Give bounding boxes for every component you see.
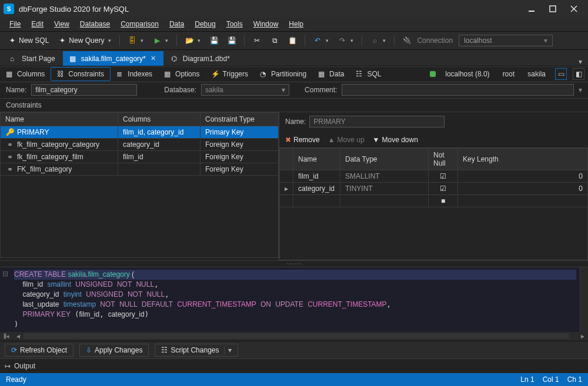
editor-tab-data[interactable]: ▦Data [312, 68, 350, 80]
col-header-datatype[interactable]: Data Type [340, 148, 429, 170]
table-row-empty[interactable]: ■ [280, 194, 588, 207]
title-bar: S dbForge Studio 2020 for MySQL [0, 0, 588, 18]
comment-input[interactable] [342, 84, 574, 96]
undo-icon: ↶ [313, 36, 322, 45]
editor-tab-columns[interactable]: ▦Columns [0, 68, 51, 80]
editor-tab-options[interactable]: ▦Options [158, 68, 205, 80]
tabs-overflow-button[interactable]: ▾ [576, 58, 584, 66]
new-query-button[interactable]: ✦New Query [55, 35, 115, 46]
apply-changes-button[interactable]: ⇩Apply Changes [79, 344, 149, 357]
separator [244, 35, 245, 46]
copy-button[interactable]: ⧉ [267, 35, 282, 46]
connection-dropdown[interactable]: localhost▾ [459, 35, 553, 46]
find-button[interactable]: ⌕ [367, 35, 389, 46]
menu-edit[interactable]: Edit [26, 18, 48, 30]
execute-button[interactable]: ▶ [149, 35, 172, 46]
close-button[interactable] [563, 0, 584, 18]
cut-button[interactable]: ✂ [249, 35, 265, 46]
server-user[interactable]: root [499, 69, 519, 79]
tab-start-page[interactable]: ⌂ Start Page [4, 51, 62, 66]
fold-gutter[interactable]: ⊟ [0, 267, 11, 332]
editor-tab-sql[interactable]: ☷SQL [350, 68, 387, 80]
constraints-grid: Name Columns Constraint Type 🔑PRIMARY fi… [0, 112, 279, 260]
checkbox-checked-icon[interactable]: ☑ [440, 172, 446, 180]
server-host[interactable]: localhost (8.0) [442, 69, 493, 79]
editor-tab-triggers[interactable]: ⚡Triggers [205, 68, 254, 80]
tab-diagram1[interactable]: ⌬ Diagram1.dbd* [165, 51, 236, 66]
editor-tab-constraints[interactable]: ⛓Constraints [51, 67, 111, 81]
status-char: Ch 1 [567, 375, 582, 384]
table-row[interactable]: ⚭FK_film_category Foreign Key [1, 163, 279, 175]
horizontal-scrollbar[interactable]: ⦀◂ ◂ ▸ [0, 332, 588, 341]
sql-vertical-scrollbar[interactable] [580, 267, 588, 332]
table-row[interactable]: ⚭fk_film_category_film film_id Foreign K… [1, 150, 279, 163]
table-row[interactable]: 🔑PRIMARY film_id, category_id Primary Ke… [1, 126, 279, 138]
maximize-button[interactable] [542, 0, 563, 18]
table-row[interactable]: ▸ category_id TINYINT ☑ 0 [280, 182, 588, 194]
paste-button[interactable]: 📋 [285, 35, 300, 46]
undo-button[interactable]: ↶ [310, 35, 332, 46]
scrollbar-track[interactable] [24, 333, 569, 339]
menu-help[interactable]: Help [284, 18, 308, 30]
move-up-button[interactable]: ▲Move up [328, 136, 365, 144]
database-label: Database: [164, 86, 196, 94]
detail-name-input[interactable]: PRIMARY [309, 116, 445, 127]
minimize-button[interactable] [521, 0, 542, 18]
col-header-type[interactable]: Constraint Type [201, 112, 279, 126]
tab-close-icon[interactable]: ✕ [149, 55, 157, 62]
database-dropdown[interactable]: sakila [201, 84, 289, 96]
menu-data[interactable]: Data [165, 18, 189, 30]
menu-file[interactable]: File [5, 18, 25, 30]
key-icon: 🔑 [5, 128, 15, 136]
col-header-keylength[interactable]: Key Length [458, 148, 588, 170]
output-panel-tab[interactable]: ↦ Output [0, 358, 588, 374]
layout-split-button[interactable]: ◧ [573, 68, 584, 80]
play-icon: ▶ [153, 36, 161, 45]
col-header-name[interactable]: Name [1, 112, 118, 126]
grid-empty-area[interactable] [0, 176, 279, 258]
horizontal-splitter[interactable]: ⋯⋯ [0, 260, 588, 267]
constraints-table[interactable]: Name Columns Constraint Type 🔑PRIMARY fi… [0, 112, 279, 176]
menu-tools[interactable]: Tools [222, 18, 248, 30]
connection-icon-button[interactable]: 🔌 [399, 35, 415, 46]
menu-debug[interactable]: Debug [190, 18, 220, 30]
move-down-button[interactable]: ▼Move down [373, 136, 418, 144]
diagram-icon: ⌬ [171, 55, 179, 63]
table-row[interactable]: ⚭fk_film_category_category category_id F… [1, 138, 279, 150]
menu-comparison[interactable]: Comparison [116, 18, 163, 30]
menu-database[interactable]: Database [75, 18, 115, 30]
refresh-object-button[interactable]: ⟳Refresh Object [5, 344, 74, 357]
checkbox-unchecked-icon[interactable]: ■ [441, 197, 445, 205]
col-header-columns[interactable]: Columns [118, 112, 201, 126]
editor-tab-partitioning[interactable]: ◔Partitioning [254, 68, 312, 80]
tab-sakila-film-category[interactable]: ▦ sakila.film_category* ✕ [63, 51, 163, 66]
redo-button[interactable]: ↷ [335, 35, 357, 46]
scroll-home-button[interactable]: ⦀◂ [0, 332, 13, 340]
col-header-notnull[interactable]: Not Null [429, 148, 458, 170]
name-input[interactable]: film_category [31, 84, 137, 96]
open-button[interactable]: 📂 [182, 35, 204, 46]
scroll-right-button[interactable]: ▸ [577, 332, 588, 340]
grid-empty-area[interactable] [279, 207, 588, 260]
menu-view[interactable]: View [49, 18, 74, 30]
save-all-button[interactable]: 💾 [224, 35, 239, 46]
new-sql-button[interactable]: ✦New SQL [5, 35, 52, 46]
bottom-action-bar: ⟳Refresh Object ⇩Apply Changes ☷Script C… [0, 341, 588, 358]
menu-window[interactable]: Window [249, 18, 283, 30]
checkbox-checked-icon[interactable]: ☑ [440, 184, 446, 193]
paste-icon: 📋 [288, 36, 296, 45]
save-button[interactable]: 💾 [206, 35, 222, 46]
sql-editor[interactable]: CREATE TABLE sakila.film_category ( film… [11, 267, 580, 332]
script-changes-button[interactable]: ☷Script Changes [155, 344, 238, 357]
layout-view-button[interactable]: ▭ [555, 68, 567, 80]
comment-expand-button[interactable]: ▾ [579, 86, 582, 94]
scroll-left-button[interactable]: ◂ [13, 332, 24, 340]
table-row[interactable]: film_id SMALLINT ☑ 0 [280, 170, 588, 182]
remove-button[interactable]: ✖Remove [285, 136, 320, 144]
editor-tab-indexes[interactable]: ≣Indexes [111, 68, 158, 80]
col-header-name[interactable]: Name [293, 148, 340, 170]
constraint-columns-table[interactable]: Name Data Type Not Null Key Length film_… [279, 148, 588, 207]
separator [176, 35, 177, 46]
connect-button[interactable]: 🗄 [125, 35, 147, 46]
server-db[interactable]: sakila [524, 69, 549, 79]
